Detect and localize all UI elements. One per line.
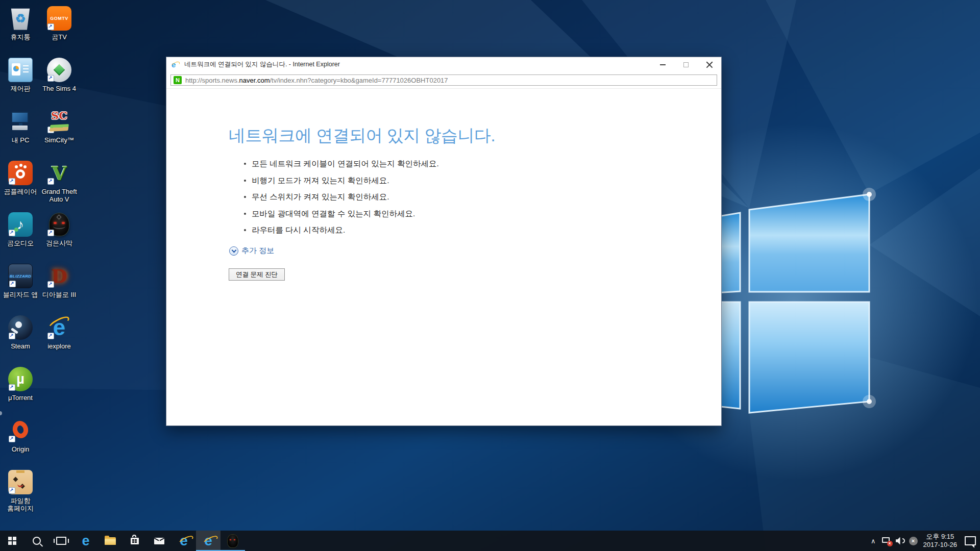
desktop-icon-fileham-homepage[interactable]: 파일함홈페이지: [1, 469, 40, 520]
shortcut-arrow-icon: [9, 333, 15, 339]
task-view-icon: [56, 537, 66, 545]
taskbar-search-button[interactable]: [24, 531, 49, 551]
windows-logo-icon: [8, 537, 16, 545]
desktop-icon-steam[interactable]: Steam: [1, 314, 40, 365]
network-disconnected-icon[interactable]: ×: [881, 537, 892, 545]
folder-icon: [105, 537, 116, 545]
task-view-button[interactable]: [49, 531, 74, 551]
action-center-icon[interactable]: [965, 536, 976, 545]
troubleshooting-item: 모든 네트워크 케이블이 연결되어 있는지 확인하세요.: [244, 158, 439, 169]
shortcut-arrow-icon: [47, 23, 54, 30]
maximize-icon: [683, 62, 689, 67]
desktop-icon-label: 곰오디오: [1, 239, 40, 247]
start-button[interactable]: [0, 531, 24, 551]
origin-icon: [8, 418, 33, 443]
recycle-glyph: ♻: [15, 12, 26, 26]
hidden-icons-chevron[interactable]: ∧: [869, 537, 878, 545]
desktop-icon-origin[interactable]: Origin: [1, 417, 40, 468]
shortcut-arrow-icon: [9, 487, 15, 494]
edge-icon: e: [82, 534, 89, 548]
desktop-icon-gomaudio[interactable]: ♪ 곰오디오: [1, 211, 40, 262]
more-info-link[interactable]: 추가 정보: [229, 246, 274, 256]
ie-e-letter: e: [53, 316, 65, 339]
steam-icon: [8, 315, 33, 340]
minimize-icon: [660, 64, 666, 65]
simcity-icon: SC: [47, 109, 71, 134]
desktop-icon-label: 검은사막: [40, 239, 79, 247]
chevron-down-circle-icon: [229, 246, 238, 256]
taskbar-black-desert-button[interactable]: [220, 531, 245, 551]
taskbar: e e e ∧ × × 오후 9:15 2017-10-26: [0, 531, 980, 551]
volume-icon[interactable]: [896, 537, 905, 545]
desktop-icon-the-sims-4[interactable]: The Sims 4: [40, 57, 79, 108]
taskbar-ie-button[interactable]: e: [172, 531, 196, 551]
window-titlebar[interactable]: e 네트워크에 연결되어 있지 않습니다. - Internet Explore…: [166, 57, 721, 72]
black-desert-icon: [228, 535, 238, 547]
desktop-icon-label: 제어판: [1, 85, 40, 92]
desktop-icon-gomtv[interactable]: GOMTV 곰TV: [40, 5, 79, 56]
maximize-button[interactable]: [674, 57, 698, 72]
shortcut-arrow-icon: [9, 436, 15, 442]
taskbar-mail-button[interactable]: [147, 531, 172, 551]
shortcut-arrow-icon: [47, 281, 54, 288]
desktop-icon-my-pc[interactable]: 내 PC: [1, 108, 40, 159]
mu-glyph: µ: [16, 371, 24, 387]
desktop-icon-label: 파일함홈페이지: [1, 497, 40, 512]
store-windows-grid: [132, 539, 134, 541]
taskbar-edge-button[interactable]: e: [74, 531, 98, 551]
taskbar-ie-active-window-button[interactable]: e: [196, 531, 220, 551]
shortcut-arrow-icon: [9, 178, 15, 185]
system-tray: ∧ × × 오후 9:15 2017-10-26: [869, 531, 980, 551]
shortcut-arrow-icon: [47, 178, 54, 185]
desktop-icon-black-desert[interactable]: 검은사막: [40, 211, 79, 262]
gtav-icon: V: [47, 161, 71, 185]
naver-favicon: N: [174, 76, 182, 84]
desktop-icon-gomplayer[interactable]: 곰플레이어: [1, 160, 40, 211]
desktop-icon-label: μTorrent: [1, 394, 40, 402]
mail-envelope-icon: [154, 538, 164, 544]
diablo3-icon: D: [47, 264, 71, 288]
desktop-icon-label: Grand TheftAuto V: [40, 188, 79, 203]
desktop-icon-label: The Sims 4: [40, 85, 79, 92]
internet-explorer-icon: e: [47, 315, 71, 340]
black-desert-emblem: [57, 215, 62, 220]
taskbar-file-explorer-button[interactable]: [98, 531, 122, 551]
desktop-icon-recycle-bin[interactable]: ♻ 휴지통: [1, 5, 40, 56]
gomtv-icon: GOMTV: [47, 6, 71, 31]
desktop-icon-gta-v[interactable]: V Grand TheftAuto V: [40, 160, 79, 211]
black-desert-icon: [47, 212, 71, 237]
control-panel-bars: [23, 65, 29, 66]
offline-status-icon[interactable]: ×: [909, 537, 918, 545]
troubleshooting-item: 비행기 모드가 꺼져 있는지 확인하세요.: [244, 175, 439, 186]
diagnose-connection-button[interactable]: 연결 문제 진단: [229, 268, 285, 281]
desktop-icon-iexplore[interactable]: e iexplore: [40, 314, 79, 365]
minimize-button[interactable]: [651, 57, 674, 72]
desktop-icon-label: 곰플레이어: [1, 188, 40, 195]
shortcut-arrow-icon: [9, 384, 15, 391]
desktop-icon-label: 블리자드 앱: [1, 291, 40, 298]
taskbar-store-button[interactable]: [122, 531, 147, 551]
close-icon: [706, 61, 713, 68]
desktop-icon-simcity[interactable]: SC SimCity™: [40, 108, 79, 159]
desktop-icon-label: 곰TV: [40, 33, 79, 41]
desktop-icon-utorrent[interactable]: µ μTorrent: [1, 366, 40, 417]
address-bar[interactable]: N http://sports.news.naver.com/tv/index.…: [170, 74, 717, 86]
error-page-content: 네트워크에 연결되어 있지 않습니다. 모든 네트워크 케이블이 연결되어 있는…: [166, 89, 721, 425]
more-info-label: 추가 정보: [241, 246, 274, 256]
fileham-hair: [16, 470, 24, 473]
url-text: http://sports.news.naver.com/tv/index.nh…: [185, 77, 448, 84]
utorrent-icon: µ: [8, 367, 33, 391]
desktop-icon-diablo-3[interactable]: D 디아블로 III: [40, 263, 79, 314]
window-title: 네트워크에 연결되어 있지 않습니다. - Internet Explorer: [184, 60, 651, 69]
desktop-icon-control-panel[interactable]: 제어판: [1, 57, 40, 108]
fileham-icon: [8, 470, 33, 494]
taskbar-clock[interactable]: 오후 9:15 2017-10-26: [921, 533, 960, 549]
network-error-badge: ×: [887, 541, 893, 546]
troubleshooting-list: 모든 네트워크 케이블이 연결되어 있는지 확인하세요. 비행기 모드가 꺼져 …: [244, 158, 439, 241]
shortcut-arrow-icon: [47, 75, 54, 82]
desktop-icon-blizzard-app[interactable]: BLIZZARD 블리자드 앱: [1, 263, 40, 314]
gomplayer-icon: [8, 161, 33, 185]
sims4-plumbob-icon: [47, 58, 71, 82]
troubleshooting-item: 모바일 광대역에 연결할 수 있는지 확인하세요.: [244, 208, 439, 219]
close-button[interactable]: [698, 57, 721, 72]
